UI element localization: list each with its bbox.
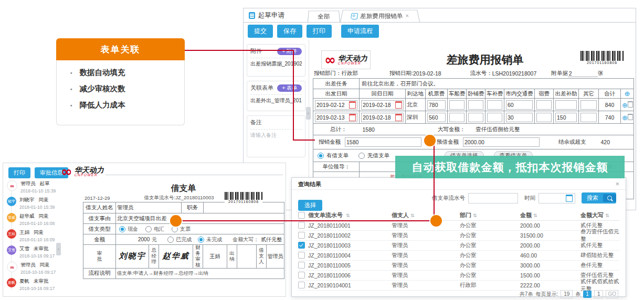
- query-row[interactable]: JZ_20180110002 管理员办公室 31500.00叁万壹仟伍佰元整: [298, 230, 619, 241]
- query-row[interactable]: JZ_20180110001 管理员办公室 2000.00贰仟元整: [298, 220, 619, 231]
- stay-input[interactable]: [536, 100, 552, 110]
- select-all-checkbox[interactable]: [298, 212, 305, 219]
- other-input[interactable]: [580, 113, 597, 122]
- allow-input[interactable]: [555, 100, 577, 110]
- row-checkbox[interactable]: [298, 252, 305, 259]
- approval-item[interactable]: 晓宇 刘晓宇同意 2018-01-10 15:39: [7, 197, 55, 210]
- boat-input[interactable]: [449, 113, 464, 122]
- depart-date-input[interactable]: 2019-02-13: [315, 113, 357, 122]
- calendar-icon[interactable]: [566, 195, 573, 202]
- role-label: 总经理: [151, 248, 157, 265]
- approval-item[interactable]: 管理员起草 2018-01-10 15:39: [7, 180, 55, 194]
- submit-button[interactable]: 提交: [248, 25, 273, 38]
- query-row[interactable]: JZ_20190104001 管理员行政部 2222.00贰仟贰佰贰拾贰元整: [298, 280, 619, 291]
- approval-item[interactable]: 管理员同意 2018-10-16 09:17: [7, 262, 55, 275]
- apply-flow-button[interactable]: 申请流程: [341, 25, 379, 38]
- allow-input[interactable]: 150: [555, 113, 577, 122]
- carsub-input[interactable]: [487, 113, 502, 122]
- add-row-icon[interactable]: [622, 114, 628, 122]
- add-row-icon[interactable]: [622, 101, 628, 109]
- calendar-icon[interactable]: [349, 114, 356, 121]
- per-page-select[interactable]: 19: [561, 290, 573, 298]
- type-cash-radio[interactable]: [119, 226, 125, 232]
- reimb-input[interactable]: 1580: [345, 137, 421, 147]
- approver-name: 王娟: [203, 245, 227, 268]
- delete-row-icon[interactable]: [628, 101, 633, 108]
- type-check-radio[interactable]: [172, 226, 178, 232]
- goto-page-input[interactable]: 1: [594, 290, 604, 298]
- sidebar-collapse-handle[interactable]: [306, 107, 311, 120]
- module-title[interactable]: 起草申请: [244, 11, 292, 22]
- carsub-input[interactable]: [487, 100, 502, 110]
- approval-item[interactable]: 华威 赵华威同意 2018-01-10 16:08: [7, 213, 55, 226]
- row-checkbox[interactable]: [298, 232, 305, 239]
- sort-icon[interactable]: [346, 213, 350, 218]
- query-row[interactable]: JZ_20180110004 管理员办公室 460.00肆佰陆拾元整: [298, 250, 619, 261]
- attach-count-input[interactable]: 2: [568, 70, 598, 77]
- return-date-input[interactable]: 2019-02-18: [361, 100, 404, 110]
- no-loan-radio[interactable]: [358, 153, 365, 159]
- sort-icon[interactable]: [473, 213, 477, 218]
- add-row-icon[interactable]: [625, 90, 630, 98]
- stay-input[interactable]: [536, 113, 552, 122]
- type-wire-radio[interactable]: [145, 226, 152, 232]
- page-button[interactable]: 1: [583, 291, 592, 298]
- print-button[interactable]: 打印: [307, 25, 332, 38]
- row-checkbox[interactable]: [298, 272, 305, 278]
- sort-icon[interactable]: [605, 213, 609, 218]
- query-close-icon[interactable]: ×: [615, 180, 619, 188]
- done-radio[interactable]: [167, 237, 174, 243]
- calendar-icon[interactable]: [349, 101, 356, 109]
- search-button[interactable]: 搜索: [582, 192, 616, 203]
- undone-radio[interactable]: [198, 237, 204, 243]
- tab-close-icon[interactable]: ×: [405, 13, 409, 19]
- row-checkbox[interactable]: [298, 282, 305, 288]
- approval-collapse-handle[interactable]: [56, 243, 61, 255]
- remark-input[interactable]: 请输入备注: [250, 132, 302, 139]
- city-input[interactable]: 60: [506, 100, 533, 110]
- other-input[interactable]: [580, 100, 597, 110]
- advance-input[interactable]: 2000.00: [463, 137, 540, 147]
- related-forms-panel: 关联表单 + 表单 出差外出_管理员_2019...: [247, 81, 305, 111]
- go-button[interactable]: GO: [606, 290, 618, 298]
- delete-row-icon[interactable]: [628, 114, 633, 120]
- bed-input[interactable]: [468, 113, 483, 122]
- row-checkbox[interactable]: [298, 242, 305, 249]
- tab-all[interactable]: 全部: [308, 10, 340, 22]
- serial-search-input[interactable]: [468, 193, 518, 203]
- row-checkbox[interactable]: [298, 262, 305, 269]
- loan-print-button[interactable]: 打印: [8, 167, 30, 178]
- boat-input[interactable]: [449, 100, 464, 110]
- select-button[interactable]: 选择: [298, 200, 322, 211]
- air-input[interactable]: 780: [427, 100, 446, 110]
- depart-date-input[interactable]: 2019-02-12: [315, 100, 357, 110]
- approval-item[interactable]: 夏帆 夏帆未审批 2018-10-16 09:17: [7, 278, 55, 291]
- approval-item[interactable]: 王娟 王娟同意 2018-01-10 16:09: [7, 229, 55, 242]
- row-checkbox[interactable]: [298, 222, 305, 229]
- form-logo-box: ∞ 华天动力 CNPOWER: [321, 50, 371, 69]
- sort-icon[interactable]: [533, 213, 537, 218]
- save-button[interactable]: 保存: [277, 25, 302, 38]
- related-file-link[interactable]: 出差外出_管理员_2019...: [250, 97, 302, 104]
- return-date-input[interactable]: 2019-02-18: [361, 113, 404, 122]
- add-form-button[interactable]: + 表单: [277, 84, 302, 92]
- sort-icon[interactable]: [410, 213, 415, 218]
- task-value[interactable]: 前往北京出差，召开部门会议。: [360, 79, 634, 89]
- query-row[interactable]: JZ_20180110005 管理员办公室 3000.00叁仟元整: [298, 260, 619, 271]
- approval-item[interactable]: 艾雪 艾雪未审批 2018-10-16 09:17: [7, 245, 55, 259]
- tab-expense-form[interactable]: 差旅费用报销单 ×: [340, 10, 420, 22]
- calendar-icon[interactable]: [395, 114, 402, 121]
- has-loan-radio[interactable]: [318, 153, 324, 159]
- time-search-input[interactable]: [539, 193, 575, 203]
- add-attachment-button[interactable]: + 附件: [277, 48, 302, 55]
- dest-cell[interactable]: 北京: [406, 99, 426, 111]
- query-row[interactable]: JZ_20180110003 管理员办公室 2000.00贰仟元整: [298, 240, 619, 251]
- query-row[interactable]: JZ_20180110006 管理员办公室 1500.00壹仟伍佰元整: [298, 270, 619, 281]
- air-input[interactable]: 560: [427, 113, 446, 122]
- attachment-file-link[interactable]: 出差报销票据_20190219j...: [250, 60, 302, 68]
- dest-cell[interactable]: 深圳: [406, 111, 426, 124]
- bed-input[interactable]: [468, 100, 483, 110]
- approver-name: 管理员: [267, 245, 284, 268]
- city-input[interactable]: 30: [506, 113, 533, 122]
- calendar-icon[interactable]: [395, 101, 402, 109]
